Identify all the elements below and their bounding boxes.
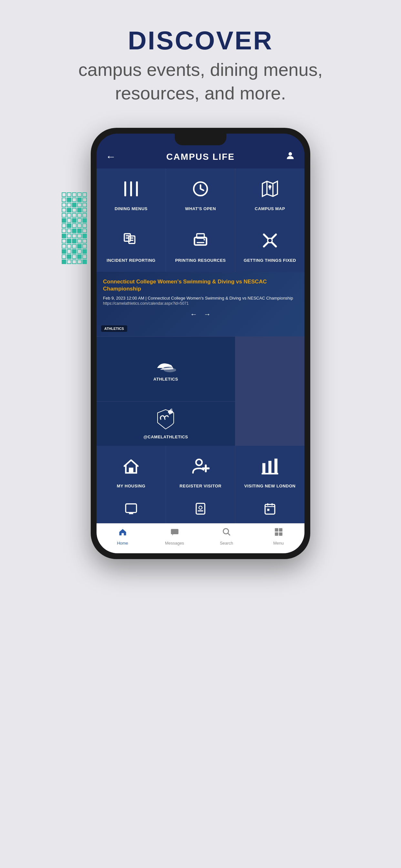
event-next-button[interactable]: →: [204, 310, 211, 319]
svg-rect-11: [124, 234, 130, 241]
svg-rect-19: [197, 242, 204, 243]
svg-point-32: [196, 459, 202, 465]
search-nav-label: Search: [220, 541, 233, 546]
svg-point-43: [199, 506, 202, 509]
partial-tile-1[interactable]: [96, 497, 166, 523]
partial-icon-3: [264, 502, 276, 518]
event-card[interactable]: Connecticut College Women's Swimming & D…: [96, 272, 305, 336]
home-nav-icon: [118, 527, 127, 539]
app-screen: ← CAMPUS LIFE: [96, 134, 305, 553]
event-tag: ATHLETICS: [101, 326, 127, 332]
qr-decoration: [62, 192, 88, 264]
svg-point-24: [268, 238, 272, 243]
svg-rect-35: [263, 463, 266, 474]
tiles-row-3: MY HOUSING REGISTER VISITOR: [96, 446, 305, 497]
svg-rect-56: [279, 532, 282, 536]
dining-icon: [122, 180, 140, 202]
whats-open-tile[interactable]: WHAT'S OPEN: [166, 168, 235, 220]
menu-nav-label: Menu: [273, 541, 284, 546]
svg-rect-3: [136, 181, 138, 196]
print-icon: [191, 231, 210, 253]
clock-icon: [191, 180, 210, 202]
svg-rect-31: [129, 468, 133, 473]
messages-nav-label: Messages: [165, 541, 184, 546]
phone-screen: ← CAMPUS LIFE: [96, 134, 305, 553]
svg-rect-53: [275, 528, 278, 532]
event-title: Connecticut College Women's Swimming & D…: [103, 278, 298, 292]
right-column: ATHLETICS: [96, 337, 235, 446]
visitor-icon: [191, 457, 210, 479]
svg-rect-49: [267, 509, 270, 511]
housing-icon: [122, 457, 140, 479]
event-row: Connecticut College Women's Swimming & D…: [96, 272, 305, 446]
athletics-icon: [154, 356, 177, 377]
dining-label: DINING MENUS: [115, 206, 148, 211]
report-icon: [122, 231, 140, 253]
svg-rect-20: [197, 244, 201, 246]
search-nav-icon: [222, 527, 231, 539]
partial-tile-2[interactable]: [166, 497, 235, 523]
svg-rect-28: [167, 365, 169, 366]
event-url: https://camelathletics.com/calendar.aspx…: [103, 301, 298, 306]
svg-rect-26: [161, 366, 164, 368]
svg-point-21: [204, 239, 205, 241]
getting-fixed-label: GETTING THINGS FIXED: [244, 258, 296, 263]
athletics-label: ATHLETICS: [153, 377, 178, 381]
svg-point-0: [289, 152, 292, 156]
event-date: Feb 9, 2023 12:00 AM | Connecticut Colle…: [103, 295, 298, 302]
printing-tile[interactable]: PRINTING RESOURCES: [166, 220, 235, 272]
bottom-navigation: Home Messages: [96, 523, 305, 553]
nav-search[interactable]: Search: [201, 527, 252, 546]
event-navigation: ← →: [103, 310, 298, 319]
nav-home[interactable]: Home: [96, 527, 149, 546]
svg-line-6: [201, 189, 204, 190]
svg-point-30: [168, 410, 171, 412]
partial-icon-2: [194, 502, 207, 518]
partial-tile-3[interactable]: [235, 497, 305, 523]
svg-rect-54: [279, 528, 282, 532]
messages-nav-icon: [170, 527, 179, 539]
london-tile[interactable]: VISITING NEW LONDON: [235, 446, 305, 497]
london-icon: [261, 457, 279, 479]
profile-button[interactable]: [285, 150, 296, 163]
camel-logo: [153, 408, 179, 432]
svg-rect-44: [198, 510, 204, 511]
hero-section: DISCOVER campus events, dining menus,res…: [0, 0, 401, 118]
phone-notch: [175, 134, 226, 145]
svg-rect-36: [268, 461, 271, 474]
athletics-tile[interactable]: ATHLETICS: [96, 337, 235, 401]
london-label: VISITING NEW LONDON: [244, 484, 296, 488]
menu-nav-icon: [274, 527, 283, 539]
printing-label: PRINTING RESOURCES: [175, 258, 226, 263]
dining-tile[interactable]: DINING MENUS: [96, 168, 166, 220]
campus-map-tile[interactable]: CAMPUS MAP: [235, 168, 305, 220]
visitor-tile[interactable]: REGISTER VISITOR: [166, 446, 235, 497]
social-label: @CamelAthletics: [143, 434, 188, 439]
whats-open-label: WHAT'S OPEN: [185, 206, 216, 211]
hero-subtitle: campus events, dining menus,resources, a…: [13, 58, 388, 105]
phone-wrapper: ← CAMPUS LIFE: [91, 128, 310, 559]
svg-rect-50: [171, 529, 178, 534]
screen-title: CAMPUS LIFE: [166, 152, 235, 162]
getting-fixed-tile[interactable]: GETTING THINGS FIXED: [235, 220, 305, 272]
svg-rect-27: [164, 365, 166, 367]
nav-menu[interactable]: Menu: [252, 527, 305, 546]
housing-tile[interactable]: MY HOUSING: [96, 446, 166, 497]
nav-messages[interactable]: Messages: [149, 527, 201, 546]
incident-tile[interactable]: INCIDENT REPORTING: [96, 220, 166, 272]
svg-line-52: [227, 533, 230, 535]
back-button[interactable]: ←: [105, 151, 116, 163]
fix-icon: [261, 231, 279, 253]
svg-rect-2: [130, 181, 132, 196]
campus-map-label: CAMPUS MAP: [255, 206, 285, 211]
svg-rect-55: [275, 532, 278, 536]
svg-rect-42: [196, 503, 205, 514]
event-prev-button[interactable]: ←: [190, 310, 197, 319]
hero-title: DISCOVER: [13, 26, 388, 56]
svg-point-51: [223, 528, 228, 534]
visitor-label: REGISTER VISITOR: [180, 484, 221, 488]
social-tile[interactable]: @CamelAthletics: [96, 402, 235, 446]
svg-rect-16: [130, 240, 133, 241]
incident-label: INCIDENT REPORTING: [106, 258, 155, 263]
svg-rect-37: [274, 459, 277, 474]
